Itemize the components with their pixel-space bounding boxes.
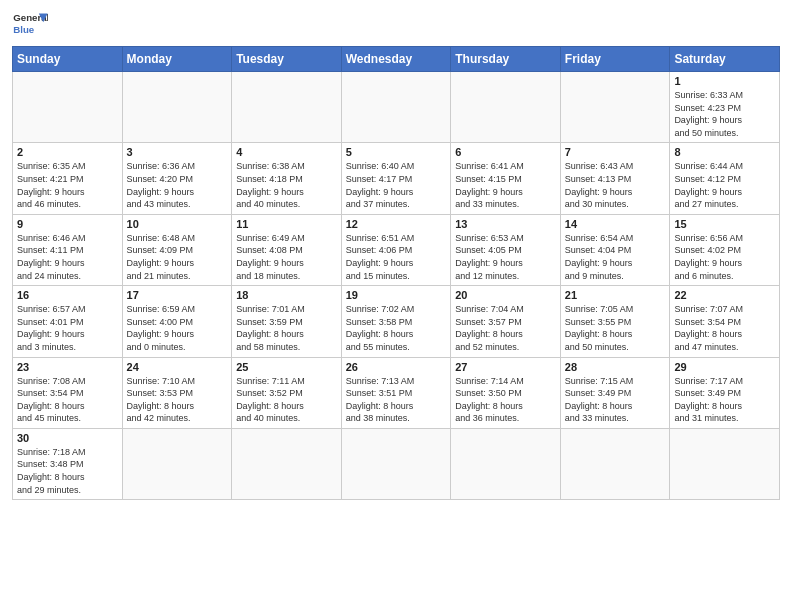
day-info: Sunrise: 6:33 AM Sunset: 4:23 PM Dayligh… [674,89,775,139]
weekday-header-saturday: Saturday [670,47,780,72]
day-number: 10 [127,218,228,230]
calendar-cell [451,72,561,143]
day-number: 24 [127,361,228,373]
calendar-cell: 1Sunrise: 6:33 AM Sunset: 4:23 PM Daylig… [670,72,780,143]
week-row-5: 23Sunrise: 7:08 AM Sunset: 3:54 PM Dayli… [13,357,780,428]
calendar-cell: 27Sunrise: 7:14 AM Sunset: 3:50 PM Dayli… [451,357,561,428]
weekday-header-monday: Monday [122,47,232,72]
calendar-cell: 23Sunrise: 7:08 AM Sunset: 3:54 PM Dayli… [13,357,123,428]
calendar-cell: 26Sunrise: 7:13 AM Sunset: 3:51 PM Dayli… [341,357,451,428]
calendar-cell: 14Sunrise: 6:54 AM Sunset: 4:04 PM Dayli… [560,214,670,285]
calendar-cell: 18Sunrise: 7:01 AM Sunset: 3:59 PM Dayli… [232,286,342,357]
calendar-cell: 15Sunrise: 6:56 AM Sunset: 4:02 PM Dayli… [670,214,780,285]
week-row-3: 9Sunrise: 6:46 AM Sunset: 4:11 PM Daylig… [13,214,780,285]
calendar-cell [122,72,232,143]
calendar-cell: 4Sunrise: 6:38 AM Sunset: 4:18 PM Daylig… [232,143,342,214]
day-number: 21 [565,289,666,301]
svg-text:Blue: Blue [13,24,35,35]
calendar-cell: 22Sunrise: 7:07 AM Sunset: 3:54 PM Dayli… [670,286,780,357]
day-info: Sunrise: 7:13 AM Sunset: 3:51 PM Dayligh… [346,375,447,425]
day-number: 20 [455,289,556,301]
weekday-header-friday: Friday [560,47,670,72]
generalblue-logo-icon: General Blue [12,10,48,40]
calendar-cell [341,428,451,499]
day-info: Sunrise: 6:43 AM Sunset: 4:13 PM Dayligh… [565,160,666,210]
day-info: Sunrise: 6:46 AM Sunset: 4:11 PM Dayligh… [17,232,118,282]
day-number: 2 [17,146,118,158]
calendar-cell: 25Sunrise: 7:11 AM Sunset: 3:52 PM Dayli… [232,357,342,428]
logo: General Blue [12,10,48,40]
weekday-header-row: SundayMondayTuesdayWednesdayThursdayFrid… [13,47,780,72]
calendar-cell: 9Sunrise: 6:46 AM Sunset: 4:11 PM Daylig… [13,214,123,285]
day-number: 30 [17,432,118,444]
day-number: 27 [455,361,556,373]
calendar-cell: 11Sunrise: 6:49 AM Sunset: 4:08 PM Dayli… [232,214,342,285]
day-number: 23 [17,361,118,373]
day-number: 7 [565,146,666,158]
day-number: 5 [346,146,447,158]
day-info: Sunrise: 6:40 AM Sunset: 4:17 PM Dayligh… [346,160,447,210]
day-number: 28 [565,361,666,373]
day-info: Sunrise: 6:51 AM Sunset: 4:06 PM Dayligh… [346,232,447,282]
week-row-1: 1Sunrise: 6:33 AM Sunset: 4:23 PM Daylig… [13,72,780,143]
calendar-cell [232,428,342,499]
week-row-4: 16Sunrise: 6:57 AM Sunset: 4:01 PM Dayli… [13,286,780,357]
calendar-cell [560,428,670,499]
weekday-header-thursday: Thursday [451,47,561,72]
calendar-cell: 29Sunrise: 7:17 AM Sunset: 3:49 PM Dayli… [670,357,780,428]
calendar-cell [13,72,123,143]
day-number: 13 [455,218,556,230]
day-info: Sunrise: 7:05 AM Sunset: 3:55 PM Dayligh… [565,303,666,353]
calendar-page: General Blue SundayMondayTuesdayWednesda… [0,0,792,612]
day-number: 22 [674,289,775,301]
day-info: Sunrise: 6:38 AM Sunset: 4:18 PM Dayligh… [236,160,337,210]
calendar-cell: 28Sunrise: 7:15 AM Sunset: 3:49 PM Dayli… [560,357,670,428]
weekday-header-wednesday: Wednesday [341,47,451,72]
day-info: Sunrise: 7:02 AM Sunset: 3:58 PM Dayligh… [346,303,447,353]
day-number: 11 [236,218,337,230]
calendar-cell: 5Sunrise: 6:40 AM Sunset: 4:17 PM Daylig… [341,143,451,214]
day-number: 29 [674,361,775,373]
day-info: Sunrise: 6:35 AM Sunset: 4:21 PM Dayligh… [17,160,118,210]
day-info: Sunrise: 6:57 AM Sunset: 4:01 PM Dayligh… [17,303,118,353]
calendar-cell [670,428,780,499]
day-info: Sunrise: 6:48 AM Sunset: 4:09 PM Dayligh… [127,232,228,282]
calendar-cell: 19Sunrise: 7:02 AM Sunset: 3:58 PM Dayli… [341,286,451,357]
day-info: Sunrise: 7:04 AM Sunset: 3:57 PM Dayligh… [455,303,556,353]
day-number: 26 [346,361,447,373]
day-info: Sunrise: 7:11 AM Sunset: 3:52 PM Dayligh… [236,375,337,425]
day-info: Sunrise: 7:10 AM Sunset: 3:53 PM Dayligh… [127,375,228,425]
calendar-cell: 16Sunrise: 6:57 AM Sunset: 4:01 PM Dayli… [13,286,123,357]
day-number: 14 [565,218,666,230]
day-number: 12 [346,218,447,230]
day-info: Sunrise: 6:49 AM Sunset: 4:08 PM Dayligh… [236,232,337,282]
day-number: 8 [674,146,775,158]
calendar-cell: 13Sunrise: 6:53 AM Sunset: 4:05 PM Dayli… [451,214,561,285]
day-number: 3 [127,146,228,158]
calendar-cell: 24Sunrise: 7:10 AM Sunset: 3:53 PM Dayli… [122,357,232,428]
day-number: 18 [236,289,337,301]
day-number: 19 [346,289,447,301]
day-info: Sunrise: 6:41 AM Sunset: 4:15 PM Dayligh… [455,160,556,210]
calendar-cell: 6Sunrise: 6:41 AM Sunset: 4:15 PM Daylig… [451,143,561,214]
week-row-2: 2Sunrise: 6:35 AM Sunset: 4:21 PM Daylig… [13,143,780,214]
day-info: Sunrise: 7:15 AM Sunset: 3:49 PM Dayligh… [565,375,666,425]
day-info: Sunrise: 6:56 AM Sunset: 4:02 PM Dayligh… [674,232,775,282]
day-info: Sunrise: 7:08 AM Sunset: 3:54 PM Dayligh… [17,375,118,425]
calendar-cell: 21Sunrise: 7:05 AM Sunset: 3:55 PM Dayli… [560,286,670,357]
calendar-cell [451,428,561,499]
calendar-table: SundayMondayTuesdayWednesdayThursdayFrid… [12,46,780,500]
calendar-cell [122,428,232,499]
weekday-header-sunday: Sunday [13,47,123,72]
day-info: Sunrise: 7:01 AM Sunset: 3:59 PM Dayligh… [236,303,337,353]
day-info: Sunrise: 7:14 AM Sunset: 3:50 PM Dayligh… [455,375,556,425]
day-info: Sunrise: 6:36 AM Sunset: 4:20 PM Dayligh… [127,160,228,210]
calendar-cell: 10Sunrise: 6:48 AM Sunset: 4:09 PM Dayli… [122,214,232,285]
calendar-cell: 30Sunrise: 7:18 AM Sunset: 3:48 PM Dayli… [13,428,123,499]
day-number: 17 [127,289,228,301]
day-info: Sunrise: 6:44 AM Sunset: 4:12 PM Dayligh… [674,160,775,210]
calendar-cell: 12Sunrise: 6:51 AM Sunset: 4:06 PM Dayli… [341,214,451,285]
day-number: 9 [17,218,118,230]
week-row-6: 30Sunrise: 7:18 AM Sunset: 3:48 PM Dayli… [13,428,780,499]
day-number: 16 [17,289,118,301]
